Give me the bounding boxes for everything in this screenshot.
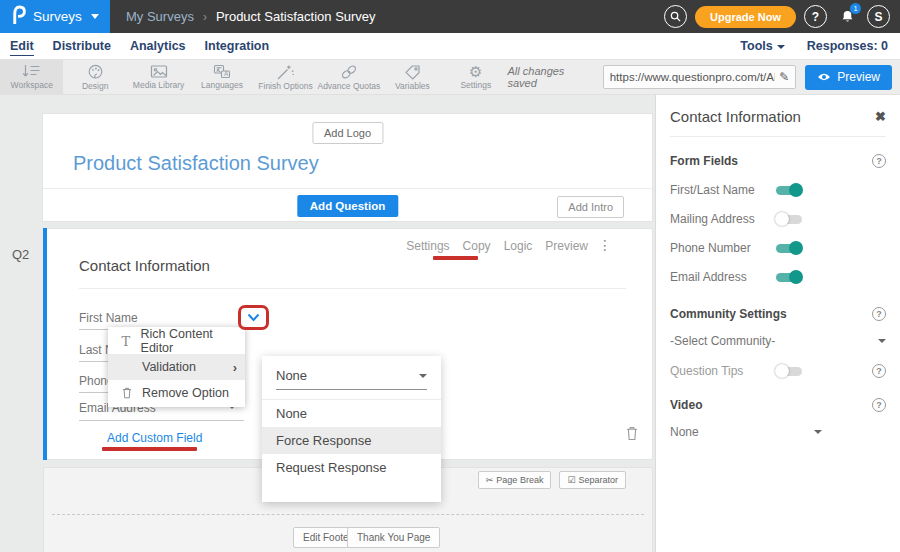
toolbar-workspace-button[interactable]: Workspace [0,60,63,94]
option-force-response[interactable]: Force Response [262,427,441,454]
field-first-name[interactable]: First Name [79,311,138,325]
add-intro-button[interactable]: Add Intro [557,196,624,218]
first-last-name-toggle[interactable] [776,186,802,195]
annotation-highlight-box [238,305,269,330]
toggle-row-first-last-name: First/Last Name [670,183,886,197]
question-settings-link[interactable]: Settings [406,239,449,253]
menu-item-rich-content-editor[interactable]: T Rich Content Editor [108,328,245,354]
phone-number-toggle[interactable] [776,244,802,253]
validation-select[interactable]: None [276,368,427,390]
separator-icon: ☑ [567,475,575,485]
validation-submenu: None None Force Response Request Respons… [262,356,441,502]
question-title[interactable]: Contact Information [79,257,210,274]
edit-pencil-icon[interactable]: ✎ [779,70,789,84]
chevron-down-icon [419,374,427,378]
tools-menu[interactable]: Tools [740,39,784,53]
toggle-row-email-address: Email Address [670,270,886,284]
chevron-down-icon [91,14,99,19]
tag-icon [404,64,421,80]
search-button[interactable] [664,5,687,28]
notifications-button[interactable]: 1 [835,5,859,29]
separator-button[interactable]: ☑ Separator [559,471,626,489]
question-copy-link[interactable]: Copy [463,239,491,253]
question-preview-link[interactable]: Preview [545,239,588,253]
community-select[interactable]: -Select Community- [670,334,886,348]
chain-link-icon [340,64,358,80]
question-number-label: Q2 [12,247,29,262]
preview-button[interactable]: Preview [805,65,892,90]
help-icon[interactable]: ? [872,307,886,321]
chevron-down-icon [777,45,785,49]
tab-integration[interactable]: Integration [205,37,270,55]
survey-url-box: ✎ [603,65,797,89]
toggle-row-phone-number: Phone Number [670,241,886,255]
help-button[interactable]: ? [804,5,827,28]
toolbar-variables-button[interactable]: Variables [381,60,444,94]
thank-you-page-button[interactable]: Thank You Page [347,527,440,548]
add-custom-field-link[interactable]: Add Custom Field [107,431,202,445]
question-tips-toggle[interactable] [776,367,802,376]
divider [43,188,652,189]
breadcrumb-current: Product Satisfaction Survey [216,9,376,24]
toolbar-media-library-button[interactable]: Media Library [127,60,190,94]
text-format-icon: T [120,335,132,348]
survey-nav-tabs: Edit Distribute Analytics Integration To… [0,33,900,60]
help-icon[interactable]: ? [872,364,886,378]
questionpro-survey-editor: Surveys My Surveys › Product Satisfactio… [0,0,900,552]
breadcrumb-parent[interactable]: My Surveys [126,9,194,24]
survey-header-card: Add Logo Product Satisfaction Survey Add… [42,113,653,222]
tab-analytics[interactable]: Analytics [130,37,186,55]
add-logo-button[interactable]: Add Logo [312,122,383,144]
page-break-button[interactable]: ✂ Page Break [478,471,552,489]
upgrade-now-button[interactable]: Upgrade Now [695,6,796,28]
responses-count[interactable]: Responses: 0 [807,39,888,53]
add-question-button[interactable]: Add Question [297,195,398,217]
tab-edit[interactable]: Edit [10,37,34,56]
delete-question-button[interactable] [626,426,638,445]
option-request-response[interactable]: Request Response [262,454,441,481]
top-header: Surveys My Surveys › Product Satisfactio… [0,0,900,33]
menu-item-validation[interactable]: Validation › [108,354,245,380]
palette-icon [87,64,104,80]
mailing-address-toggle[interactable] [776,215,802,224]
translate-icon: A [213,64,231,79]
community-settings-heading: Community Settings [670,307,787,321]
magic-wand-icon [276,64,294,80]
toolbar-design-button[interactable]: Design [63,60,126,94]
question-settings-panel: Contact Information ✖ Form Fields ? Firs… [655,95,900,552]
input-underline [79,420,244,421]
help-icon[interactable]: ? [872,398,886,412]
search-icon [670,11,681,22]
video-select[interactable]: None [670,425,822,439]
gear-icon: ⚙ [469,64,482,79]
toolbar-settings-button[interactable]: ⚙ Settings [444,60,507,94]
survey-url-input[interactable] [610,71,776,83]
workspace-icon [22,64,41,79]
question-action-menu: Settings Copy Logic Preview [406,239,588,253]
app-menu[interactable]: Surveys [0,0,110,33]
toggle-row-mailing-address: Mailing Address [670,212,886,226]
toolbar-languages-button[interactable]: A Languages [190,60,253,94]
question-logic-link[interactable]: Logic [504,239,533,253]
chevron-right-icon: › [233,360,237,375]
breadcrumb-separator-icon: › [203,10,207,24]
menu-item-remove-option[interactable]: Remove Option [108,380,245,406]
email-address-toggle[interactable] [776,273,802,282]
avatar[interactable]: S [867,5,890,28]
header-actions: Upgrade Now ? 1 S [664,5,900,29]
close-icon[interactable]: ✖ [875,109,886,124]
help-icon[interactable]: ? [872,154,886,168]
option-none[interactable]: None [262,400,441,427]
toggle-row-question-tips: Question Tips ? [670,364,886,378]
toolbar-finish-options-button[interactable]: Finish Options [254,60,317,94]
form-fields-heading: Form Fields [670,154,738,168]
tab-distribute[interactable]: Distribute [53,37,111,55]
divider [670,136,886,137]
trash-icon [120,387,133,399]
survey-title[interactable]: Product Satisfaction Survey [73,152,319,175]
toolbar-advance-quotas-button[interactable]: Advance Quotas [317,60,380,94]
more-options-icon[interactable]: ⋮ [598,237,612,253]
chevron-down-icon[interactable] [247,313,260,322]
chevron-down-icon [878,339,886,343]
annotation-underline-settings [433,256,478,260]
